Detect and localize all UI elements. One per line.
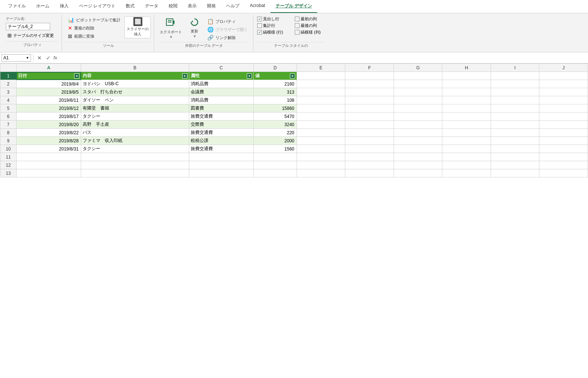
data-cell[interactable]: 租税公課 <box>189 137 253 145</box>
data-cell[interactable]: 220 <box>253 129 297 137</box>
checkbox-total-row[interactable]: 集計行 <box>257 23 287 28</box>
data-cell[interactable]: 2019/8/12 <box>16 104 81 112</box>
tab-help[interactable]: ヘルプ <box>221 0 245 13</box>
row-header-3[interactable]: 3 <box>0 88 17 96</box>
properties-button[interactable]: 📋 プロパティ <box>205 18 250 25</box>
data-cell[interactable]: 2019/8/17 <box>16 112 81 121</box>
data-cell[interactable]: 2019/8/31 <box>16 145 81 153</box>
row-header-7[interactable]: 7 <box>0 121 17 129</box>
pivot-table-button[interactable]: 📊 ピボットテーブルで集計 <box>66 16 123 24</box>
data-cell[interactable]: 旅費交通費 <box>189 112 253 121</box>
col-header-e[interactable]: E <box>297 64 345 72</box>
cell-ref-dropdown-icon[interactable]: ▼ <box>26 56 29 60</box>
open-browser-button[interactable]: 🌐 ブラウザーで開く <box>205 26 250 33</box>
row-header-8[interactable]: 8 <box>0 129 17 137</box>
data-cell[interactable]: 2019/8/28 <box>16 137 81 145</box>
tab-data[interactable]: データ <box>140 0 163 13</box>
data-cell[interactable]: 消耗品費 <box>189 96 253 104</box>
data-cell[interactable]: 2000 <box>253 137 297 145</box>
tab-view[interactable]: 表示 <box>183 0 202 13</box>
checkbox-header-row[interactable]: ✓ 見出し行 <box>257 16 287 22</box>
row-header-5[interactable]: 5 <box>0 104 17 112</box>
export-button[interactable]: エクスポート∨ <box>158 16 184 40</box>
data-cell[interactable]: ダイソー ペン <box>81 96 189 104</box>
data-cell[interactable]: 図書費 <box>189 104 253 112</box>
unlink-button[interactable]: 🔗 リンク解除 <box>205 34 250 41</box>
slicer-insert-button[interactable]: 🔲 スライサーの 挿入 <box>124 16 151 38</box>
row-header-11[interactable]: 11 <box>0 153 17 161</box>
data-cell[interactable]: 有隣堂 書籍 <box>81 104 189 112</box>
data-cell[interactable]: 2019/8/22 <box>16 129 81 137</box>
filter-dropdown-a[interactable]: ▼ <box>74 73 79 79</box>
data-cell[interactable]: 消耗品費 <box>189 80 253 88</box>
checkbox-first-col[interactable]: 最初の列 <box>295 16 325 22</box>
data-cell[interactable]: 108 <box>253 96 297 104</box>
convert-range-button[interactable]: ⊠ 範囲に変換 <box>66 32 123 40</box>
header-cell-d[interactable]: 値▼ <box>253 72 297 80</box>
header-cell-a[interactable]: 日付▼ <box>16 72 81 80</box>
col-header-d[interactable]: D <box>253 64 297 72</box>
data-cell[interactable]: 313 <box>253 88 297 96</box>
tab-insert[interactable]: 挿入 <box>55 0 74 13</box>
data-cell[interactable]: 2019/8/5 <box>16 88 81 96</box>
tab-review[interactable]: 校閲 <box>163 0 183 13</box>
data-cell[interactable]: 3240 <box>253 121 297 129</box>
data-cell[interactable]: ファミマ 収入印紙 <box>81 137 189 145</box>
row-header-6[interactable]: 6 <box>0 112 17 121</box>
data-cell[interactable]: 高野 手土産 <box>81 121 189 129</box>
tab-page-layout[interactable]: ページ レイアウト <box>74 0 121 13</box>
row-header-1[interactable]: 1 <box>0 72 17 80</box>
tab-acrobat[interactable]: Acrobat <box>245 0 270 13</box>
filter-dropdown-b[interactable]: ▼ <box>182 73 187 79</box>
confirm-formula-button[interactable]: ✓ <box>45 55 52 61</box>
cancel-formula-button[interactable]: ✕ <box>36 55 43 61</box>
data-cell[interactable]: 交際費 <box>189 121 253 129</box>
data-cell[interactable]: 2019/8/11 <box>16 96 81 104</box>
row-header-2[interactable]: 2 <box>0 80 17 88</box>
col-header-f[interactable]: F <box>345 64 394 72</box>
data-cell[interactable]: タクシー <box>81 112 189 121</box>
data-cell[interactable]: 2019/8/20 <box>16 121 81 129</box>
tab-file[interactable]: ファイル <box>3 0 31 13</box>
col-header-b[interactable]: B <box>81 64 189 72</box>
cell-reference-box[interactable]: A1 ▼ <box>1 54 31 62</box>
col-header-j[interactable]: J <box>539 64 588 72</box>
formula-input[interactable] <box>59 55 587 61</box>
data-cell[interactable]: スタバ 打ち合わせ <box>81 88 189 96</box>
data-cell[interactable]: 1560 <box>253 145 297 153</box>
filter-dropdown-d[interactable]: ▼ <box>290 73 295 79</box>
data-cell[interactable]: 2160 <box>253 80 297 88</box>
row-header-9[interactable]: 9 <box>0 137 17 145</box>
data-cell[interactable]: タクシー <box>81 145 189 153</box>
data-cell[interactable]: 会議費 <box>189 88 253 96</box>
header-cell-b[interactable]: 内容▼ <box>81 72 189 80</box>
col-header-h[interactable]: H <box>442 64 491 72</box>
row-header-13[interactable]: 13 <box>0 169 17 177</box>
data-cell[interactable]: バス <box>81 129 189 137</box>
col-header-a[interactable]: A <box>16 64 81 72</box>
checkbox-banded-rows[interactable]: ✓ 縞模様 (行) <box>257 30 287 35</box>
checkbox-banded-cols[interactable]: 縞模様 (列) <box>295 30 325 35</box>
data-cell[interactable]: 15860 <box>253 104 297 112</box>
refresh-button[interactable]: 更新∨ <box>185 16 204 39</box>
row-header-12[interactable]: 12 <box>0 161 17 169</box>
checkbox-last-col[interactable]: 最後の列 <box>295 23 325 28</box>
col-header-g[interactable]: G <box>394 64 442 72</box>
data-cell[interactable]: ヨドバシ USB-C <box>81 80 189 88</box>
data-cell[interactable]: 旅費交通費 <box>189 145 253 153</box>
header-cell-c[interactable]: 属性▼ <box>189 72 253 80</box>
tab-table-design[interactable]: テーブル デザイン <box>270 0 317 13</box>
data-cell[interactable]: 2019/8/4 <box>16 80 81 88</box>
tab-home[interactable]: ホーム <box>31 0 55 13</box>
resize-table-button[interactable]: ⊞ テーブルのサイズ変更 <box>6 32 59 39</box>
table-name-input[interactable] <box>6 23 50 30</box>
col-header-i[interactable]: I <box>491 64 539 72</box>
row-header-10[interactable]: 10 <box>0 145 17 153</box>
data-cell[interactable]: 5470 <box>253 112 297 121</box>
data-cell[interactable]: 旅費交通費 <box>189 129 253 137</box>
row-header-4[interactable]: 4 <box>0 96 17 104</box>
tab-formulas[interactable]: 数式 <box>121 0 140 13</box>
remove-duplicates-button[interactable]: ✕ 重複の削除 <box>66 24 123 32</box>
filter-dropdown-c[interactable]: ▼ <box>247 73 252 79</box>
col-header-c[interactable]: C <box>189 64 253 72</box>
